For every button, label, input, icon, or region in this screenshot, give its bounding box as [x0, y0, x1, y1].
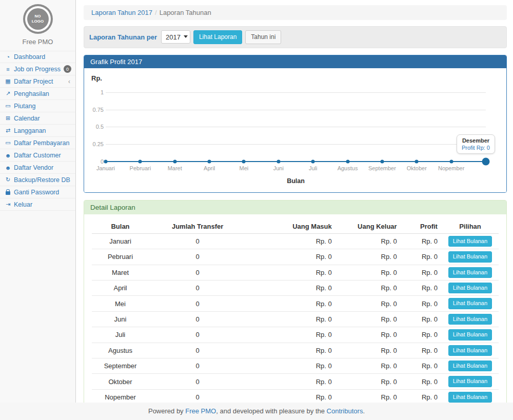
view-monthly-button[interactable]: Lihat Bulanan [448, 298, 492, 309]
footer-text: , and developed with pleasure by the [216, 407, 326, 415]
cell-profit: Rp. 0 [401, 233, 442, 249]
chart-y-tick-label: 0.75 [84, 107, 104, 113]
chart-data-point[interactable] [208, 159, 211, 163]
cell-jumlah_transfer: 0 [149, 343, 246, 358]
cell-bulan: Maret [92, 265, 149, 280]
cell-uang_masuk: Rp. 0 [246, 265, 336, 280]
chart-data-point[interactable] [104, 159, 108, 163]
cell-jumlah_transfer: 0 [149, 311, 246, 327]
chart-tooltip: Desember Profit Rp: 0 [457, 134, 495, 154]
cell-uang_masuk: Rp. 0 [246, 280, 336, 295]
cell-uang_masuk: Rp. 0 [246, 327, 336, 343]
sidebar-item-piutang[interactable]: ▭Piutang [0, 100, 75, 112]
cell-jumlah_transfer: 0 [149, 374, 246, 389]
table-row: Oktober0Rp. 0Rp. 0Rp. 0Lihat Bulanan [92, 374, 499, 389]
sidebar-item-keluar[interactable]: ⇥Keluar [0, 198, 75, 211]
table-row: Januari0Rp. 0Rp. 0Rp. 0Lihat Bulanan [92, 233, 499, 249]
chart-panel-title: Grafik Profit 2017 [84, 55, 506, 68]
cell-bulan: Januari [92, 233, 149, 249]
calendar-icon: ⊞ [4, 115, 12, 122]
sidebar-item-daftar-pembayaran[interactable]: ▭Daftar Pembayaran [0, 137, 75, 149]
sidebar-item-job-on-progress[interactable]: ≡Job on Progress0 [0, 63, 75, 75]
table-row: Juli0Rp. 0Rp. 0Rp. 0Lihat Bulanan [92, 327, 499, 343]
cell-pilihan: Lihat Bulanan [442, 358, 499, 373]
sidebar-item-daftar-vendor[interactable]: ☻Daftar Vendor [0, 162, 75, 174]
cell-bulan: Agustus [92, 343, 149, 358]
sidebar-item-langganan[interactable]: ⇄Langganan [0, 125, 75, 137]
view-monthly-button[interactable]: Lihat Bulanan [448, 361, 492, 371]
chevron-left-icon: ‹ [68, 78, 70, 85]
cell-pilihan: Lihat Bulanan [442, 311, 499, 327]
cell-pilihan: Lihat Bulanan [442, 265, 499, 280]
view-monthly-button[interactable]: Lihat Bulanan [448, 329, 492, 340]
cell-profit: Rp. 0 [401, 343, 442, 358]
view-monthly-button[interactable]: Lihat Bulanan [448, 392, 492, 403]
chart-data-point[interactable] [311, 159, 315, 163]
sidebar-item-penghasilan[interactable]: ↗Penghasilan [0, 88, 75, 100]
chart-x-tick-label: Nopember [438, 165, 464, 171]
table-row: Maret0Rp. 0Rp. 0Rp. 0Lihat Bulanan [92, 265, 499, 280]
chart-data-point[interactable] [380, 159, 384, 163]
view-monthly-button[interactable]: Lihat Bulanan [448, 345, 492, 356]
chart-data-point[interactable] [346, 159, 349, 163]
footer-link-contributors[interactable]: Contributors [327, 407, 363, 415]
chart-data-point[interactable] [139, 159, 142, 163]
chart-data-point-highlighted[interactable] [482, 157, 490, 165]
tooltip-value: Profit Rp: 0 [462, 145, 490, 151]
chart-x-tick-label: Maret [168, 165, 182, 171]
chart-y-tick-label: 0.5 [84, 124, 104, 130]
sidebar-item-daftar-customer[interactable]: ☻Daftar Customer [0, 149, 75, 162]
cell-uang_keluar: Rp. 0 [336, 343, 401, 358]
cell-uang_masuk: Rp. 0 [246, 343, 336, 358]
breadcrumb-link-laporan-tahun[interactable]: Laporan Tahun 2017 [91, 9, 152, 16]
chart-data-point[interactable] [415, 159, 419, 163]
view-monthly-button[interactable]: Lihat Bulanan [448, 376, 492, 387]
table-row: Pebruari0Rp. 0Rp. 0Rp. 0Lihat Bulanan [92, 249, 499, 265]
view-monthly-button[interactable]: Lihat Bulanan [448, 236, 492, 247]
cell-jumlah_transfer: 0 [149, 249, 246, 265]
chart-x-tick-label: Oktober [407, 165, 427, 171]
table-header-pilihan: Pilihan [442, 219, 499, 234]
cell-profit: Rp. 0 [401, 311, 442, 327]
sidebar-item-ganti-password[interactable]: Ganti Password [0, 186, 75, 198]
view-monthly-button[interactable]: Lihat Bulanan [448, 283, 492, 293]
view-monthly-button[interactable]: Lihat Bulanan [448, 251, 492, 262]
app-window: NO LOGO Free PMO ◔Dashboard≡Job on Progr… [0, 0, 513, 420]
chart-data-point[interactable] [277, 159, 280, 163]
table-row: April0Rp. 0Rp. 0Rp. 0Lihat Bulanan [92, 280, 499, 295]
current-year-button[interactable]: Tahun ini [245, 30, 281, 44]
chart-gridline [106, 110, 486, 110]
chart-x-tick-label: September [368, 165, 396, 171]
chart-data-point[interactable] [173, 159, 176, 163]
profit-chart-panel: Grafik Profit 2017 Rp. Bulan Desember Pr… [84, 55, 507, 193]
chart-x-tick-label: April [204, 165, 215, 171]
cell-jumlah_transfer: 0 [149, 280, 246, 295]
cell-bulan: Oktober [92, 374, 149, 389]
sidebar-item-dashboard[interactable]: ◔Dashboard [0, 51, 75, 63]
footer-link-free-pmo[interactable]: Free PMO [185, 407, 216, 415]
sidebar-item-label: Calendar [14, 115, 71, 122]
cell-bulan: September [92, 358, 149, 373]
cell-jumlah_transfer: 0 [149, 233, 246, 249]
chart-gridline [106, 127, 486, 127]
sidebar-item-label: Daftar Customer [14, 152, 71, 159]
chart-data-point[interactable] [449, 159, 453, 163]
table-icon: ▦ [4, 78, 12, 85]
main-content: Laporan Tahun 2017/Laporan Tahunan Lapor… [76, 0, 513, 403]
chart-line-series [106, 161, 486, 162]
chart-y-tick-label: 1 [84, 89, 104, 95]
sidebar-item-calendar[interactable]: ⊞Calendar [0, 112, 75, 125]
sidebar-item-label: Backup/Restore DB [14, 176, 71, 184]
cell-uang_keluar: Rp. 0 [336, 358, 401, 373]
sidebar-item-backup-restore-db[interactable]: ↻Backup/Restore DB [0, 174, 75, 186]
chart-data-point[interactable] [242, 159, 246, 163]
cell-pilihan: Lihat Bulanan [442, 233, 499, 249]
chart-y-tick-label: 0 [84, 158, 104, 165]
view-monthly-button[interactable]: Lihat Bulanan [448, 314, 492, 325]
cell-uang_keluar: Rp. 0 [336, 327, 401, 343]
view-monthly-button[interactable]: Lihat Bulanan [448, 267, 492, 278]
view-report-button[interactable]: Lihat Laporan [193, 30, 242, 44]
logo-text: NO LOGO [32, 14, 44, 24]
sidebar-item-daftar-project[interactable]: ▦Daftar Project‹ [0, 75, 75, 88]
year-select[interactable]: 2017 [161, 30, 190, 44]
